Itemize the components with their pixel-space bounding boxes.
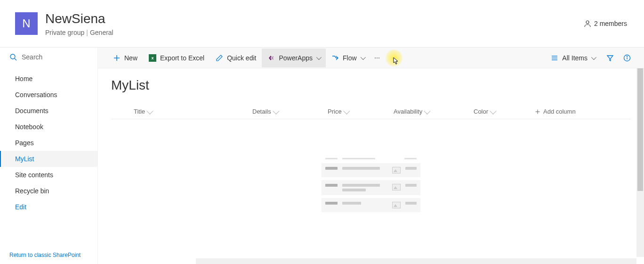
quick-edit-button[interactable]: Quick edit [210,49,262,67]
command-bar: New x Export to Excel Quick edit PowerAp… [98,48,644,68]
add-column-label: Add column [543,108,576,115]
svg-point-1 [10,54,15,59]
search-icon [9,53,17,61]
nav-items: Home Conversations Documents Notebook Pa… [0,67,97,246]
new-button[interactable]: New [107,49,143,67]
view-selector[interactable]: All Items [545,49,601,67]
filter-button[interactable] [603,50,618,66]
nav-conversations[interactable]: Conversations [0,87,97,103]
chevron-down-icon [490,107,496,114]
svg-point-0 [586,21,589,24]
chevron-down-icon [146,107,153,114]
powerapps-icon [267,54,275,62]
excel-icon: x [149,54,156,62]
more-button[interactable] [370,49,384,67]
flow-label: Flow [343,54,357,62]
cursor-highlight [386,50,402,66]
group-classification: General [90,29,113,36]
cursor-pointer-icon [391,57,399,66]
nav-edit[interactable]: Edit [0,199,97,215]
group-privacy: Private group [45,29,84,36]
column-price-label: Price [328,108,342,115]
search-box[interactable]: Search [0,48,97,67]
quickedit-label: Quick edit [227,54,256,62]
empty-state [111,157,631,212]
return-classic-link[interactable]: Return to classic SharePoint [0,246,97,264]
scrollbar-thumb[interactable] [637,68,643,191]
search-placeholder: Search [22,53,42,61]
person-icon [584,20,591,27]
nav-recycle-bin[interactable]: Recycle bin [0,183,97,199]
nav-site-contents[interactable]: Site contents [0,167,97,183]
column-details[interactable]: Details [252,108,328,115]
filter-icon [606,54,614,62]
chevron-down-icon [316,54,322,59]
site-info: NewSiena Private group|General [45,11,584,36]
column-availability-label: Availability [394,108,422,115]
export-label: Export to Excel [160,54,204,62]
export-excel-button[interactable]: x Export to Excel [143,49,210,67]
info-button[interactable] [620,50,635,66]
chevron-down-icon [424,107,431,114]
nav-home[interactable]: Home [0,71,97,87]
members-link[interactable]: 2 members [584,20,627,27]
nav-pages[interactable]: Pages [0,135,97,151]
flow-button[interactable]: Flow [326,49,370,67]
nav-mylist[interactable]: MyList [0,151,97,167]
site-subtitle: Private group|General [45,29,584,36]
column-availability[interactable]: Availability [394,108,474,115]
allitems-label: All Items [562,54,588,62]
column-details-label: Details [252,108,271,115]
chevron-down-icon [591,54,596,59]
svg-point-10 [627,56,628,57]
svg-line-2 [15,58,16,60]
add-column-button[interactable]: Add column [535,108,576,115]
site-header: N NewSiena Private group|General 2 membe… [0,0,644,48]
column-color-label: Color [474,108,488,115]
nav-documents[interactable]: Documents [0,103,97,119]
flow-icon [331,54,339,62]
nav-notebook[interactable]: Notebook [0,119,97,135]
chevron-down-icon [360,54,365,59]
plus-icon [535,109,540,115]
list-area: MyList Title Details Price Availability [98,68,644,264]
powerapps-button[interactable]: PowerApps [262,49,326,67]
info-icon [623,54,631,62]
chevron-down-icon [273,107,279,114]
list-header: Title Details Price Availability Color [111,104,631,119]
column-title[interactable]: Title [111,108,252,115]
list-title: MyList [111,78,631,93]
content-area: New x Export to Excel Quick edit PowerAp… [98,48,644,264]
plus-icon [113,54,121,62]
left-nav: Search Home Conversations Documents Note… [0,48,98,264]
chevron-down-icon [343,107,350,114]
new-label: New [124,54,137,62]
list-icon [551,54,558,62]
site-title[interactable]: NewSiena [45,11,584,27]
horizontal-scrollbar[interactable] [196,258,636,264]
pencil-icon [216,54,223,62]
column-title-label: Title [134,108,145,115]
members-label: 2 members [594,20,627,27]
column-price[interactable]: Price [328,108,394,115]
vertical-scrollbar[interactable] [636,68,644,257]
powerapps-label: PowerApps [279,54,313,62]
site-logo[interactable]: N [15,12,38,35]
column-color[interactable]: Color [474,108,535,115]
